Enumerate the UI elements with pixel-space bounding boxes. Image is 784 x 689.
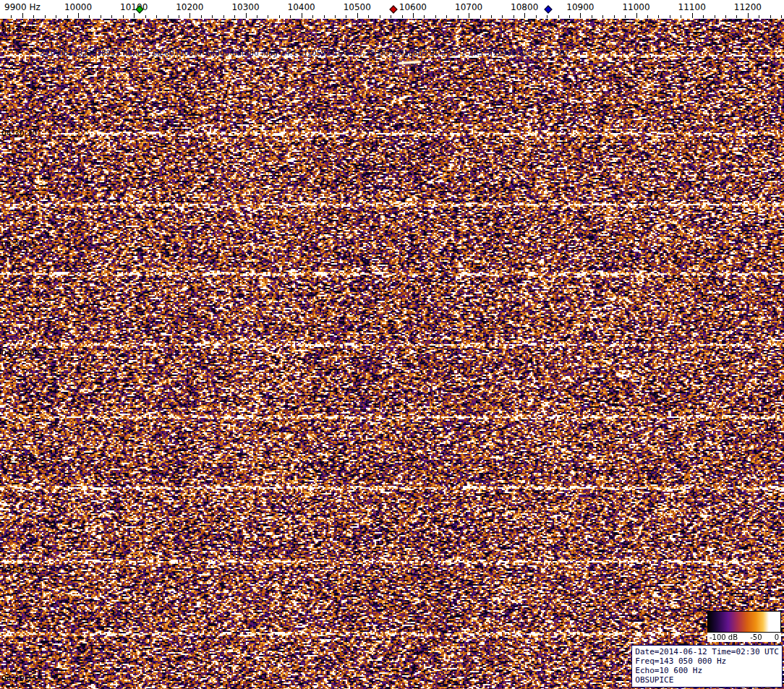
red-marker[interactable] (389, 5, 397, 13)
freq-tick-label: 10800 (511, 2, 538, 12)
freq-tick (234, 15, 235, 18)
freq-tick (89, 15, 90, 18)
freq-tick (145, 15, 146, 18)
freq-tick (212, 15, 213, 18)
freq-tick-label: 11200 (734, 2, 762, 12)
freq-tick (413, 13, 414, 18)
freq-tick (424, 15, 425, 18)
freq-tick (435, 15, 436, 18)
freq-tick (558, 15, 559, 18)
time-label: 04:30:30 (1, 129, 37, 138)
time-label: 04:30:15 (1, 240, 37, 249)
freq-tick-label: 10900 (566, 2, 594, 12)
freq-tick (725, 15, 726, 18)
spectrogram-area: 04:30:4504:30:3004:30:1504:30:0004:29:45… (0, 19, 784, 689)
freq-tick (391, 15, 391, 18)
freq-tick (402, 15, 403, 18)
freq-tick (368, 15, 369, 18)
freq-tick (692, 13, 693, 18)
spectrum-waterfall-window: 9900 Hz100001010010200103001040010500106… (0, 0, 784, 689)
freq-tick (380, 15, 380, 18)
freq-tick (569, 15, 570, 18)
freq-tick (681, 15, 681, 18)
freq-tick (514, 15, 514, 18)
spectrogram-canvas[interactable] (0, 19, 784, 689)
freq-tick (335, 15, 336, 18)
freq-tick (770, 15, 771, 18)
freq-tick (101, 15, 101, 18)
info-line: OBSUPICE (635, 675, 779, 685)
freq-tick (469, 13, 469, 18)
observation-info-box: Date=2014-06-12 Time=02:30 UTCFreq=143 0… (631, 645, 783, 688)
freq-tick-label: 10200 (176, 2, 203, 12)
freq-tick (446, 15, 447, 18)
freq-tick (56, 15, 56, 18)
freq-tick (346, 15, 346, 18)
freq-tick (703, 15, 704, 18)
freq-tick-label: 10600 (399, 2, 427, 12)
time-label: 04:29:30 (1, 565, 37, 575)
time-label: 04:30:45 (1, 25, 37, 34)
info-line: Echo=10 600 Hz (635, 666, 779, 675)
freq-tick (223, 15, 224, 18)
freq-tick (246, 13, 247, 18)
freq-tick (45, 15, 46, 18)
freq-tick-label: 10400 (288, 2, 315, 12)
freq-tick (357, 13, 358, 18)
freq-tick (658, 15, 659, 18)
freq-tick (290, 15, 291, 18)
freq-tick (189, 13, 190, 18)
freq-tick (168, 15, 169, 18)
freq-tick (111, 15, 112, 18)
freq-tick (134, 13, 135, 18)
info-line: Freq=143 050 000 Hz (635, 656, 779, 666)
freq-tick-label: 11000 (622, 2, 649, 12)
freq-tick (781, 15, 782, 18)
freq-tick (458, 15, 459, 18)
freq-tick (312, 15, 313, 18)
color-gradient-bar (707, 611, 781, 633)
freq-tick (524, 13, 525, 18)
freq-tick (614, 15, 615, 18)
freq-tick (602, 15, 603, 18)
freq-tick (78, 13, 79, 18)
time-label: 04:29:15 (1, 674, 37, 683)
freq-tick (580, 13, 581, 18)
freq-tick (179, 15, 179, 18)
freq-tick-label: 10300 (231, 2, 259, 12)
freq-tick (279, 15, 280, 18)
db-label-mid: -50 (750, 633, 762, 641)
freq-tick-label: 11100 (678, 2, 706, 12)
meteor-detection-text: 20140612023038952 hCnt17 pb-80 f10607 bi… (40, 49, 570, 57)
freq-tick (33, 15, 34, 18)
freq-tick (324, 15, 325, 18)
freq-tick-label: 10100 (120, 2, 148, 12)
freq-tick (123, 15, 124, 18)
freq-tick (302, 13, 302, 18)
frequency-ruler: 9900 Hz100001010010200103001040010500106… (0, 0, 784, 19)
info-line: Date=2014-06-12 Time=02:30 UTC (635, 647, 779, 656)
freq-tick-label: 10700 (455, 2, 482, 12)
freq-tick (647, 15, 648, 18)
time-label: 04:30:00 (1, 348, 37, 358)
db-label-max: 0 (775, 633, 779, 641)
freq-tick (268, 15, 268, 18)
db-label-min: -100 dB (710, 633, 738, 641)
freq-tick (547, 15, 547, 18)
blue-marker[interactable] (544, 5, 552, 13)
freq-tick (759, 15, 759, 18)
color-scale-legend: -100 dB -50 0 (707, 611, 781, 642)
freq-tick (670, 15, 670, 18)
freq-tick (201, 15, 202, 18)
freq-tick (491, 15, 492, 18)
freq-tick (736, 15, 737, 18)
freq-tick (592, 15, 592, 18)
freq-tick (11, 15, 12, 18)
freq-tick (22, 13, 23, 18)
freq-tick (156, 15, 157, 18)
freq-tick (257, 15, 257, 18)
freq-tick (502, 15, 503, 18)
freq-tick (625, 15, 626, 18)
freq-tick-label: 10000 (64, 2, 92, 12)
freq-tick-label: 9900 Hz (4, 2, 41, 12)
